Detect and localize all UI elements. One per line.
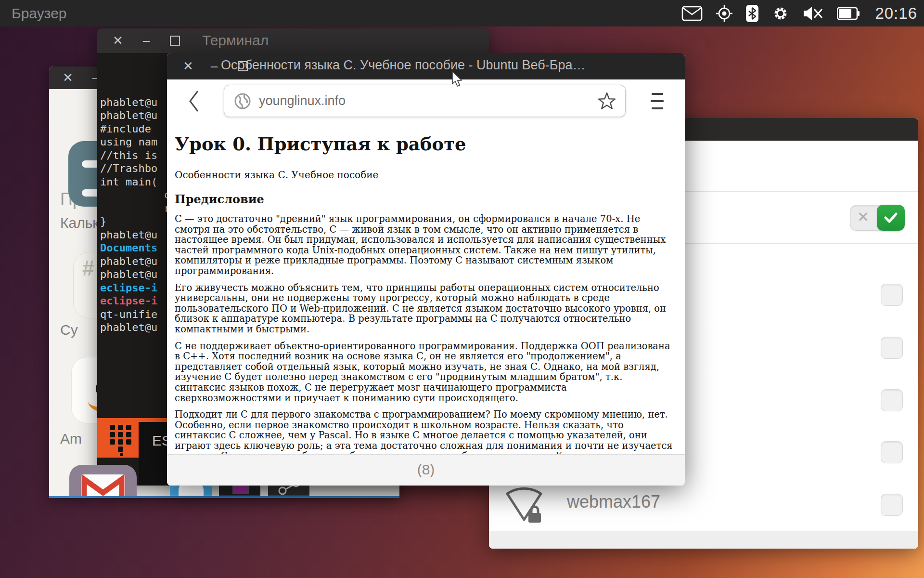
close-icon[interactable]: ✕ bbox=[62, 70, 74, 85]
bookmark-star-icon[interactable] bbox=[597, 92, 616, 111]
gear-icon[interactable] bbox=[771, 4, 790, 23]
page-paragraphs: С — это достаточно "древний" язык програ… bbox=[175, 214, 676, 454]
volume-muted-icon[interactable] bbox=[803, 5, 824, 22]
paragraph: Его живучесть можно объяснить тем, что п… bbox=[175, 283, 676, 335]
keypad-icon[interactable] bbox=[110, 425, 136, 452]
wifi-lock-icon bbox=[503, 485, 545, 525]
sudoku-app-label: Су bbox=[60, 322, 78, 338]
address-bar[interactable]: younglinux.info bbox=[224, 85, 626, 117]
browser-window: ✕ – Особенности языка С. Учебное пособие… bbox=[167, 53, 685, 486]
mouse-cursor bbox=[451, 71, 464, 88]
amazon-app-label: Am bbox=[60, 431, 82, 447]
network-checkbox[interactable] bbox=[881, 337, 903, 359]
browser-window-title: Особенности языка С. Учебное пособие - U… bbox=[221, 58, 644, 73]
back-button[interactable] bbox=[185, 88, 203, 114]
toggle-on-check-icon bbox=[877, 205, 905, 231]
paragraph: С не поддерживает объектно-ориентированн… bbox=[175, 341, 676, 404]
calculator-app-label: Кальк bbox=[60, 215, 99, 231]
envelope-icon bbox=[81, 474, 125, 496]
location-icon[interactable] bbox=[716, 5, 733, 22]
focused-app-title: Браузер bbox=[0, 5, 67, 22]
globe-icon bbox=[234, 92, 251, 110]
system-tray: 20:16 bbox=[681, 4, 924, 23]
close-icon[interactable]: ✕ bbox=[182, 59, 194, 74]
minimize-icon[interactable]: – bbox=[208, 59, 220, 74]
maximize-icon[interactable] bbox=[170, 36, 180, 46]
browser-toolbar: younglinux.info bbox=[167, 79, 685, 123]
network-checkbox[interactable] bbox=[881, 441, 903, 463]
page-subtitle: Особенности языка С. Учебное пособие bbox=[175, 169, 676, 181]
network-checkbox[interactable] bbox=[881, 284, 903, 306]
url-text[interactable]: younglinux.info bbox=[259, 93, 597, 108]
settings-panel-footer bbox=[489, 531, 918, 549]
section-heading: Предисловие bbox=[175, 192, 676, 206]
chevron-left-icon bbox=[185, 88, 203, 114]
web-page-content: Урок 0. Приступая к работе Особенности я… bbox=[167, 123, 685, 454]
battery-icon[interactable] bbox=[837, 7, 860, 20]
wifi-ssid-label: webmax167 bbox=[567, 492, 660, 512]
minimize-icon[interactable]: – bbox=[140, 33, 153, 48]
page-title: Урок 0. Приступая к работе bbox=[175, 133, 676, 155]
system-top-bar: Браузер bbox=[0, 0, 924, 26]
paragraph: С — это достаточно "древний" язык програ… bbox=[175, 214, 676, 276]
terminal-titlebar: ✕ – Терминал bbox=[97, 28, 489, 53]
bluetooth-icon[interactable] bbox=[746, 5, 758, 22]
mail-icon[interactable] bbox=[681, 6, 703, 21]
browser-menu-icon[interactable] bbox=[651, 91, 664, 111]
network-checkbox[interactable] bbox=[881, 494, 903, 516]
clock: 20:16 bbox=[875, 4, 917, 23]
network-checkbox[interactable] bbox=[881, 389, 903, 411]
terminal-title: Терминал bbox=[202, 32, 269, 49]
paragraph: Подходит ли С для первого знакомства с п… bbox=[175, 409, 676, 454]
toggle-off-x-icon: ✕ bbox=[857, 209, 869, 225]
close-icon[interactable]: ✕ bbox=[112, 33, 124, 48]
browser-titlebar: ✕ – Особенности языка С. Учебное пособие… bbox=[167, 53, 685, 79]
browser-bottom-bar[interactable]: (8) bbox=[167, 454, 685, 486]
wifi-network-row[interactable]: webmax167 bbox=[489, 478, 918, 531]
gmail-app-icon[interactable] bbox=[69, 465, 137, 496]
wifi-toggle-switch[interactable]: ✕ bbox=[850, 205, 905, 231]
